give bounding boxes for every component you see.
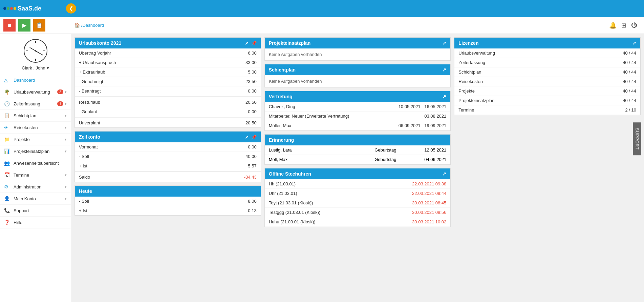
play-button[interactable]: ▶ — [18, 19, 30, 32]
breadcrumb-home-icon[interactable]: 🏠 — [74, 23, 80, 28]
power-icon[interactable]: ⏻ — [631, 22, 637, 29]
support-tab[interactable]: SUPPORT — [633, 122, 641, 155]
dot-blue — [3, 7, 6, 10]
breadcrumb-text: /Dashboard — [81, 23, 104, 28]
erinnerung-date: 04.06.2021 — [424, 157, 446, 162]
row-label: Resturlaub — [79, 100, 100, 105]
nav-label-schichtplan: Schichtplan — [14, 113, 65, 118]
nav-label-zeiterfassung: Zeiterfassung — [14, 101, 57, 106]
profile-name[interactable]: Clark , John ▾ — [22, 65, 49, 71]
lizenz-count: 40 / 44 — [623, 88, 636, 94]
urlaubskonto-pin-icon[interactable]: 📌 — [251, 41, 257, 46]
nav-chevron-reisekosten: ▾ — [65, 125, 67, 130]
heute-widget: Heute - Soll8,00+ Ist0,13 — [74, 185, 261, 216]
row-label: - Geplant — [79, 109, 97, 114]
sidebar-item-dashboard[interactable]: △Dashboard — [0, 74, 71, 86]
urlaubskonto-row: Unverplant20,50 — [75, 118, 261, 127]
sidebar-item-projekteinsatzplan[interactable]: 📊Projekteinsatzplan▾ — [0, 145, 71, 157]
offline-time: 22.03.2021 09:38 — [412, 181, 446, 186]
heute-row: - Soll8,00 — [75, 197, 261, 206]
row-value: 20,50 — [245, 120, 257, 125]
sidebar-item-termine[interactable]: 📅Termine▾ — [0, 169, 71, 181]
layout: Clark , John ▾ △Dashboard🌴Urlaubsverwalt… — [0, 34, 644, 302]
sidebar-item-anwesenheitsuebersicht[interactable]: 👥Anwesenheitsübersicht — [0, 157, 71, 169]
lizenzen-external-icon[interactable]: ↗ — [632, 40, 636, 46]
nav-label-termine: Termine — [14, 173, 65, 178]
zeitkonto-title: Zeitkonto — [79, 134, 100, 140]
erinnerung-widget: Erinnerung Lustig, LaraGeburtstag12.05.2… — [264, 134, 451, 165]
clock-widget — [24, 39, 47, 63]
grid-icon[interactable]: ⊞ — [621, 22, 626, 29]
vertretung-row: Mitarbeiter, Neuer (Erweiterte Vertretun… — [265, 112, 451, 121]
zeitkonto-external-icon[interactable]: ↗ — [245, 135, 249, 140]
heute-row: + Ist0,13 — [75, 206, 261, 215]
sidebar-item-schichtplan[interactable]: 📋Schichtplan▾ — [0, 110, 71, 122]
projekteinsatzplan-header: Projekteinsatzplan ↗ — [265, 38, 451, 48]
offline-stechuhren-header: Offline Stechuhren ↗ — [265, 168, 451, 179]
dashboard-grid: Urlaubskonto 2021 ↗ 📌 Übertrag Vorjahr6,… — [74, 37, 641, 230]
schichtplan-widget: Schichtplan ↗ Keine Aufgaben vorhanden — [264, 64, 451, 87]
urlaubskonto-row: - Genehmigt23,50 — [75, 77, 261, 86]
offline-row: Testggg (21.03.01 (Kiosk))30.03.2021 08:… — [265, 208, 451, 217]
zeitkonto-pin-icon[interactable]: 📌 — [251, 135, 257, 140]
vert-date: 06.09.2021 - 19.09.2021 — [399, 123, 447, 128]
col-right: Lizenzen ↗ Urlaubsverwaltung40 / 44Zeite… — [454, 37, 641, 230]
erinnerung-row: Moll, MaxGeburtstag04.06.2021 — [265, 155, 451, 164]
nav-label-anwesenheitsuebersicht: Anwesenheitsübersicht — [14, 161, 67, 166]
vert-name: Mitarbeiter, Neuer (Erweiterte Vertretun… — [269, 114, 425, 119]
dot-green — [7, 7, 9, 10]
vertretung-external-icon[interactable]: ↗ — [442, 94, 446, 99]
erinnerung-date: 12.05.2021 — [424, 147, 446, 153]
urlaubskonto-row: Resturlaub20,50 — [75, 98, 261, 107]
sidebar-item-support[interactable]: 📞Support — [0, 205, 71, 217]
row-value: 6,00 — [248, 51, 256, 56]
nav-label-administration: Administration — [14, 184, 65, 189]
lizenz-name: Termine — [458, 107, 474, 113]
offline-name: Testggg (21.03.01 (Kiosk)) — [269, 210, 320, 215]
sidebar-profile: Clark , John ▾ — [0, 34, 71, 74]
row-label: + Ist — [79, 163, 87, 168]
projekteinsatzplan-external-icon[interactable]: ↗ — [442, 40, 446, 46]
nav-icon-administration: ⚙ — [4, 184, 11, 189]
schichtplan-header: Schichtplan ↗ — [265, 64, 451, 75]
nav-label-urlaubsverwaltung: Urlaubsverwaltung — [14, 89, 57, 95]
sidebar-item-reisekosten[interactable]: ✈Reisekosten▾ — [0, 122, 71, 134]
col-left: Urlaubskonto 2021 ↗ 📌 Übertrag Vorjahr6,… — [74, 37, 261, 230]
sidebar-item-mein-konto[interactable]: 👤Mein Konto▾ — [0, 193, 71, 205]
sidebar-item-hilfe[interactable]: ❓Hilfe — [0, 217, 71, 228]
projekteinsatzplan-no-tasks: Keine Aufgaben vorhanden — [265, 48, 451, 60]
lizenz-name: Projekteinsatzplan — [458, 98, 494, 103]
stop-button[interactable]: ■ — [3, 19, 16, 32]
nav-icon-zeiterfassung: 🕐 — [4, 101, 11, 106]
sidebar: Clark , John ▾ △Dashboard🌴Urlaubsverwalt… — [0, 34, 71, 302]
copy-button[interactable]: 📋 — [33, 19, 45, 32]
sidebar-item-administration[interactable]: ⚙Administration▾ — [0, 181, 71, 193]
vertretung-header: Vertretung ↗ — [265, 91, 451, 102]
vertretung-body: Chavez, Ding10.05.2021 - 16.05.2021Mitar… — [265, 102, 451, 130]
bell-icon[interactable]: 🔔 — [609, 22, 617, 29]
collapse-button[interactable]: ❮ — [66, 3, 76, 14]
nav-icon-reisekosten: ✈ — [4, 125, 11, 130]
urlaubskonto-row: - Geplant0,00 — [75, 107, 261, 116]
nav-badge-urlaubsverwaltung: 3 — [57, 89, 63, 94]
nav-icon-projekte: 📁 — [4, 137, 11, 142]
sidebar-item-zeiterfassung[interactable]: 🕐Zeiterfassung1▾ — [0, 98, 71, 110]
row-value: 0,00 — [248, 144, 256, 149]
offline-name: Huhu (21.03.01 (Kiosk)) — [269, 219, 316, 224]
urlaubskonto-external-icon[interactable]: ↗ — [245, 41, 249, 46]
nav-icon-support: 📞 — [4, 208, 11, 213]
offline-stechuhren-external-icon[interactable]: ↗ — [442, 171, 446, 177]
offline-name: Hh (21.03.01) — [269, 181, 296, 186]
col-mid: Projekteinsatzplan ↗ Keine Aufgaben vorh… — [264, 37, 451, 230]
sidebar-item-urlaubsverwaltung[interactable]: 🌴Urlaubsverwaltung3▾ — [0, 86, 71, 98]
lizenz-row: Projekte40 / 44 — [454, 86, 640, 96]
nav-chevron-schichtplan: ▾ — [65, 114, 67, 118]
lizenz-row: Termine2 / 10 — [454, 105, 640, 115]
sidebar-item-projekte[interactable]: 📁Projekte▾ — [0, 134, 71, 145]
zeitkonto-row: + Ist5,57 — [75, 161, 261, 170]
lizenzen-widget: Lizenzen ↗ Urlaubsverwaltung40 / 44Zeite… — [454, 37, 641, 115]
schichtplan-external-icon[interactable]: ↗ — [442, 67, 446, 73]
lizenz-row: Urlaubsverwaltung40 / 44 — [454, 48, 640, 58]
vert-date: 10.05.2021 - 16.05.2021 — [399, 104, 447, 109]
profile-chevron-icon: ▾ — [47, 65, 49, 71]
